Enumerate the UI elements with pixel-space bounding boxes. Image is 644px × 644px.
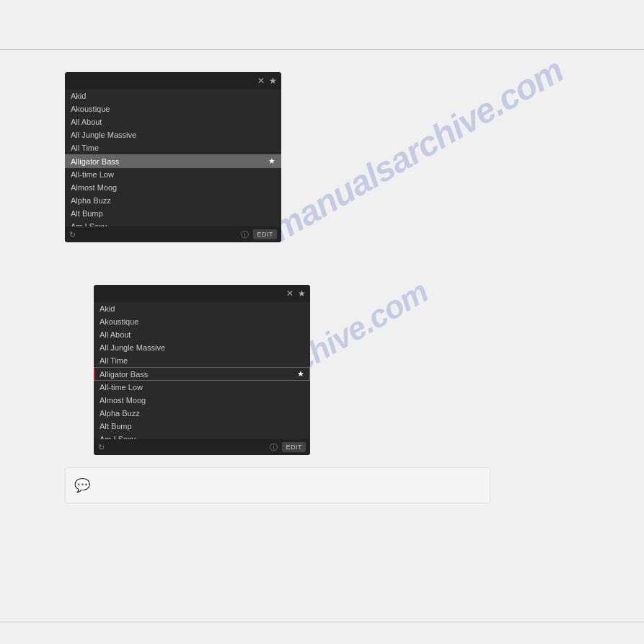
panel2-bottom-right: ⓘ EDIT	[270, 442, 306, 453]
item-label: Alligator Bass	[100, 370, 148, 379]
item-label: Am I Sexy	[100, 435, 136, 439]
list-item[interactable]: Akoustique	[65, 102, 281, 115]
list-item-alligator-bass-1[interactable]: Alligator Bass ★ ↖	[65, 154, 281, 168]
list-item[interactable]: All About	[65, 115, 281, 128]
list-item[interactable]: All-time Low	[65, 168, 281, 181]
list-item[interactable]: All Time	[94, 354, 310, 367]
panel1-bottom-right: ⓘ EDIT	[241, 229, 277, 240]
edit-button[interactable]: EDIT	[253, 229, 277, 239]
panel2-bottom-bar: ↻ ⓘ EDIT	[94, 439, 310, 455]
list-item-alligator-bass-2[interactable]: Alligator Bass ★	[94, 367, 310, 381]
list-item[interactable]: Akid	[65, 89, 281, 102]
comment-icon: 💬	[74, 477, 90, 493]
panel1-top-bar: ✕ ★	[65, 72, 281, 89]
comment-box: 💬	[65, 467, 490, 503]
star-active-icon-2: ★	[297, 369, 304, 379]
item-label: Alpha Buzz	[100, 409, 140, 418]
bottom-divider	[0, 622, 644, 622]
item-label: All Jungle Massive	[100, 343, 165, 352]
list-item[interactable]: Am I Sexy	[94, 433, 310, 439]
item-label: All Jungle Massive	[71, 131, 136, 139]
panel1-bottom-bar: ↻ ⓘ EDIT	[65, 226, 281, 242]
panel1-close-icon[interactable]: ✕	[257, 76, 265, 86]
top-divider	[0, 49, 644, 50]
item-label: Alligator Bass	[71, 157, 119, 166]
list-item[interactable]: All Time	[65, 141, 281, 154]
list-item[interactable]: Almost Moog	[65, 181, 281, 194]
page-container: manualsarchive.com manualsarchive.com ✕ …	[0, 0, 644, 644]
preset-panel-2: ✕ ★ Akid Akoustique All About All Jungle…	[94, 285, 310, 455]
item-label: All Time	[71, 144, 99, 152]
edit-button-2[interactable]: EDIT	[282, 442, 306, 452]
watermark: manualsarchive.com	[265, 50, 570, 249]
panel2-close-icon[interactable]: ✕	[286, 288, 294, 299]
list-item[interactable]: All About	[94, 328, 310, 341]
list-item[interactable]: All Jungle Massive	[94, 341, 310, 354]
item-label: All-time Low	[100, 383, 143, 392]
item-label: All-time Low	[71, 170, 114, 179]
item-label: Almost Moog	[71, 183, 117, 192]
item-label: Alpha Buzz	[71, 196, 111, 205]
list-item[interactable]: Akoustique	[94, 315, 310, 328]
panel2-top-bar: ✕ ★	[94, 285, 310, 302]
panel2-star-icon[interactable]: ★	[298, 288, 306, 299]
item-label: All About	[71, 118, 102, 126]
list-item[interactable]: Akid	[94, 302, 310, 315]
item-label: Alt Bump	[71, 209, 103, 218]
refresh-icon-2[interactable]: ↻	[98, 443, 105, 452]
list-item[interactable]: Alt Bump	[65, 207, 281, 220]
list-item[interactable]: All Jungle Massive	[65, 128, 281, 141]
list-item[interactable]: Alpha Buzz	[65, 194, 281, 207]
list-item[interactable]: All-time Low	[94, 381, 310, 394]
item-label: Akid	[100, 304, 115, 313]
item-label: All About	[100, 330, 131, 339]
item-label: Almost Moog	[100, 396, 146, 405]
panel1-star-icon[interactable]: ★	[269, 76, 277, 86]
list-item[interactable]: Am I Sexy	[65, 220, 281, 226]
item-label: Alt Bump	[100, 422, 132, 431]
list-item[interactable]: Almost Moog	[94, 394, 310, 407]
item-label: Akoustique	[100, 317, 138, 326]
list-item[interactable]: Alt Bump	[94, 420, 310, 433]
item-label: Am I Sexy	[71, 222, 107, 226]
item-label: All Time	[100, 356, 128, 365]
item-label: Akid	[71, 92, 86, 100]
refresh-icon[interactable]: ↻	[69, 230, 76, 239]
info-icon[interactable]: ⓘ	[241, 229, 249, 240]
info-icon-2[interactable]: ⓘ	[270, 442, 278, 453]
preset-panel-1: ✕ ★ Akid Akoustique All About All Jungle…	[65, 72, 281, 242]
panel1-preset-list: Akid Akoustique All About All Jungle Mas…	[65, 89, 281, 226]
item-label: Akoustique	[71, 105, 110, 113]
list-item[interactable]: Alpha Buzz	[94, 407, 310, 420]
star-active-icon: ★	[268, 156, 275, 166]
panel2-preset-list: Akid Akoustique All About All Jungle Mas…	[94, 302, 310, 439]
